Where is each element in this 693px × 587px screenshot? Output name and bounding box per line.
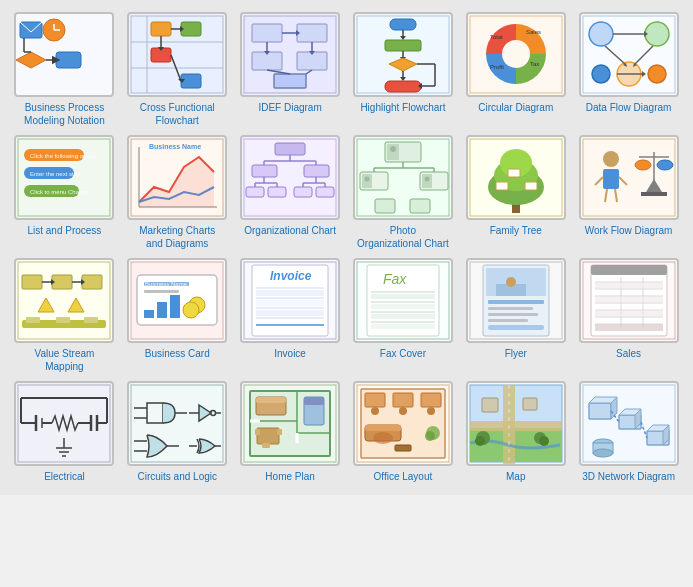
svg-rect-271: [395, 445, 411, 451]
svg-rect-184: [371, 314, 435, 319]
svg-text:Sales: Sales: [526, 29, 541, 35]
item-invoice[interactable]: Invoice Invoice: [238, 258, 343, 373]
thumbnail-electrical: [14, 381, 114, 466]
item-photo-org-chart[interactable]: PhotoOrganizational Chart: [351, 135, 456, 250]
item-flyer[interactable]: Flyer: [463, 258, 568, 373]
svg-point-63: [592, 65, 610, 83]
svg-rect-87: [304, 165, 329, 177]
thumbnail-work-flow-diagram: [579, 135, 679, 220]
svg-rect-152: [26, 317, 40, 323]
svg-rect-169: [256, 290, 324, 296]
svg-rect-41: [385, 40, 421, 51]
item-office-layout[interactable]: Office Layout: [351, 381, 456, 483]
svg-rect-250: [277, 429, 282, 435]
svg-rect-128: [583, 139, 675, 216]
label-home-plan: Home Plan: [265, 470, 314, 483]
svg-rect-24: [252, 24, 282, 42]
item-family-tree[interactable]: Family Tree: [463, 135, 568, 250]
svg-rect-126: [525, 182, 537, 190]
svg-rect-140: [641, 192, 667, 196]
svg-rect-173: [256, 310, 324, 316]
svg-point-107: [390, 146, 396, 152]
item-list-and-process[interactable]: Click the following option Enter the nex…: [12, 135, 117, 250]
label-business-card: Business Card: [145, 347, 210, 360]
svg-rect-157: [144, 310, 154, 318]
thumbnail-photo-org-chart: [353, 135, 453, 220]
svg-point-279: [539, 436, 549, 446]
item-circuits-and-logic[interactable]: Circuits and Logic: [125, 381, 230, 483]
svg-point-62: [648, 65, 666, 83]
svg-point-59: [589, 22, 613, 46]
svg-text:Tax: Tax: [530, 61, 539, 67]
label-circuits-and-logic: Circuits and Logic: [138, 470, 217, 483]
svg-rect-193: [488, 307, 533, 310]
svg-rect-280: [523, 398, 537, 410]
item-sales[interactable]: Sales: [576, 258, 681, 373]
svg-rect-284: [589, 403, 611, 419]
svg-point-110: [364, 177, 369, 182]
label-circular-diagram: Circular Diagram: [478, 101, 553, 114]
item-cross-functional[interactable]: Cross FunctionalFlowchart: [125, 12, 230, 127]
item-marketing-charts[interactable]: Business Name Marketing Chartsand Diagra…: [125, 135, 230, 250]
svg-rect-212: [595, 324, 663, 331]
svg-rect-275: [470, 421, 562, 431]
label-business-process: Business ProcessModeling Notation: [24, 101, 105, 127]
label-sales: Sales: [616, 347, 641, 360]
item-3d-network-diagram[interactable]: 3D Network Diagram: [576, 381, 681, 483]
label-list-and-process: List and Process: [27, 224, 101, 237]
item-highlight-flowchart[interactable]: Highlight Flowchart: [351, 12, 456, 127]
label-3d-network-diagram: 3D Network Diagram: [582, 470, 675, 483]
svg-rect-171: [256, 300, 324, 306]
thumbnail-home-plan: [240, 381, 340, 466]
thumbnail-list-and-process: Click the following option Enter the nex…: [14, 135, 114, 220]
label-highlight-flowchart: Highlight Flowchart: [360, 101, 445, 114]
label-flyer: Flyer: [505, 347, 527, 360]
thumbnail-data-flow-diagram: [579, 12, 679, 97]
svg-rect-85: [275, 143, 305, 155]
svg-rect-125: [496, 182, 508, 190]
thumbnail-circuits-and-logic: [127, 381, 227, 466]
svg-rect-95: [316, 187, 334, 197]
svg-point-60: [645, 22, 669, 46]
label-data-flow-diagram: Data Flow Diagram: [586, 101, 672, 114]
item-home-plan[interactable]: Home Plan: [238, 381, 343, 483]
thumbnail-business-process: [14, 12, 114, 97]
thumbnail-marketing-charts: Business Name: [127, 135, 227, 220]
item-value-stream-mapping[interactable]: Value StreamMapping: [12, 258, 117, 373]
thumbnail-business-card: Business Name: [127, 258, 227, 343]
item-business-card[interactable]: Business Name Business Card: [125, 258, 230, 373]
thumbnail-organizational-chart: [240, 135, 340, 220]
item-organizational-chart[interactable]: Organizational Chart: [238, 135, 343, 250]
svg-rect-153: [56, 317, 70, 323]
item-data-flow-diagram[interactable]: Data Flow Diagram: [576, 12, 681, 127]
svg-text:Click to menu Change: Click to menu Change: [30, 189, 90, 195]
svg-rect-9: [131, 16, 223, 93]
item-work-flow-diagram[interactable]: Work Flow Diagram: [576, 135, 681, 250]
label-value-stream-mapping: Value StreamMapping: [34, 347, 94, 373]
item-fax-cover[interactable]: Fax Fax Cover: [351, 258, 456, 373]
item-map[interactable]: Map: [463, 381, 568, 483]
svg-text:Invoice: Invoice: [270, 269, 312, 283]
item-idef-diagram[interactable]: IDEF Diagram: [238, 12, 343, 127]
label-idef-diagram: IDEF Diagram: [258, 101, 321, 114]
thumbnail-family-tree: [466, 135, 566, 220]
item-electrical[interactable]: Electrical: [12, 381, 117, 483]
svg-rect-210: [595, 296, 663, 303]
svg-point-138: [657, 160, 673, 170]
label-invoice: Invoice: [274, 347, 306, 360]
label-marketing-charts: Marketing Chartsand Diagrams: [139, 224, 215, 250]
svg-point-270: [425, 431, 435, 441]
label-map: Map: [506, 470, 525, 483]
item-business-process[interactable]: Business ProcessModeling Notation: [12, 12, 117, 127]
label-family-tree: Family Tree: [490, 224, 542, 237]
svg-rect-211: [595, 310, 663, 317]
svg-rect-25: [297, 24, 327, 42]
svg-text:Business Name: Business Name: [145, 281, 188, 287]
svg-text:Business Name: Business Name: [149, 143, 201, 150]
svg-point-277: [475, 436, 485, 446]
svg-text:Profit: Profit: [490, 64, 504, 70]
item-circular-diagram[interactable]: Sales Tax Profit Total Circular Diagram: [463, 12, 568, 127]
svg-rect-267: [365, 425, 401, 431]
svg-rect-209: [595, 282, 663, 289]
svg-rect-93: [268, 187, 286, 197]
